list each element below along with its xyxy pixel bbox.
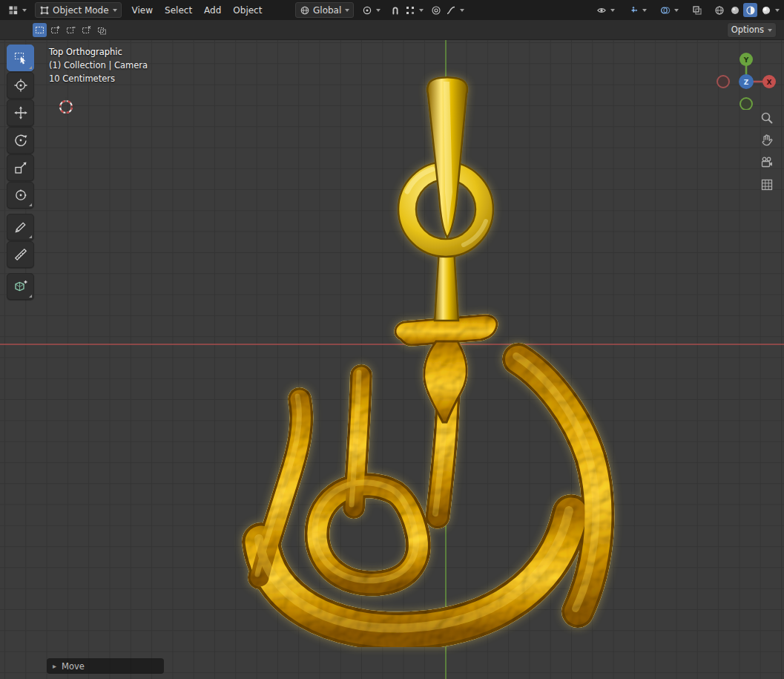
chevron-down-icon bbox=[610, 9, 615, 14]
xray-toggle[interactable] bbox=[688, 3, 706, 18]
rotate-tool-icon bbox=[13, 133, 28, 148]
solid-sphere-icon bbox=[730, 5, 740, 16]
proportional-editing-toggle[interactable] bbox=[429, 3, 443, 18]
select-box-icon bbox=[13, 50, 28, 65]
subtool-indicator bbox=[29, 66, 32, 69]
chevron-down-icon bbox=[376, 9, 381, 14]
mode-dropdown[interactable]: Object Mode bbox=[35, 2, 122, 18]
select-extend-icon bbox=[50, 25, 60, 35]
shading-solid-button[interactable] bbox=[728, 3, 742, 17]
overlays-icon bbox=[660, 5, 671, 16]
visibility-dropdown[interactable] bbox=[593, 3, 619, 18]
measure-ruler-icon bbox=[13, 247, 28, 262]
chevron-down-icon bbox=[775, 9, 780, 14]
pan-button[interactable] bbox=[759, 132, 775, 148]
grid-scale-label: 10 Centimeters bbox=[49, 72, 148, 85]
chevron-down-icon bbox=[768, 29, 772, 34]
shading-rendered-button[interactable] bbox=[759, 3, 773, 17]
gizmo-z-label: Z bbox=[744, 79, 749, 86]
rendered-sphere-icon bbox=[761, 5, 771, 16]
viewport-side-buttons bbox=[759, 110, 775, 193]
tool-measure[interactable] bbox=[7, 241, 34, 268]
annotate-pencil-icon bbox=[13, 220, 28, 234]
editor-type-button[interactable] bbox=[4, 3, 30, 18]
snap-settings-dropdown[interactable] bbox=[403, 3, 425, 18]
expand-arrow-icon: ▸ bbox=[53, 662, 56, 670]
select-mode-intersect-button[interactable] bbox=[95, 23, 109, 37]
tool-transform[interactable] bbox=[7, 182, 34, 209]
mode-dropdown-label: Object Mode bbox=[53, 5, 109, 16]
magnet-icon bbox=[390, 5, 401, 16]
gizmo-axis-y-negative[interactable] bbox=[740, 98, 752, 110]
gizmo-axis-x-negative[interactable] bbox=[717, 76, 729, 88]
falloff-curve-icon bbox=[446, 5, 456, 16]
snap-toggle[interactable] bbox=[389, 3, 402, 18]
move-tool-icon bbox=[13, 105, 28, 120]
global-orientation-icon bbox=[300, 5, 310, 16]
menu-add[interactable]: Add bbox=[198, 5, 227, 16]
chevron-down-icon bbox=[419, 9, 424, 14]
tool-annotate[interactable] bbox=[7, 214, 34, 240]
options-dropdown[interactable]: Options bbox=[727, 22, 777, 38]
subtool-indicator bbox=[29, 295, 32, 298]
add-cube-icon bbox=[13, 279, 28, 294]
pendant-model bbox=[0, 40, 784, 679]
magnifier-icon bbox=[760, 111, 774, 125]
chevron-down-icon bbox=[345, 9, 349, 14]
grid-icon bbox=[760, 178, 774, 191]
shading-mode-group bbox=[712, 3, 780, 17]
cursor-tool-icon bbox=[13, 78, 28, 93]
tool-rotate[interactable] bbox=[7, 127, 34, 154]
show-overlays-dropdown[interactable] bbox=[656, 3, 682, 18]
material-sphere-icon bbox=[745, 5, 756, 16]
zoom-button[interactable] bbox=[759, 110, 775, 126]
camera-icon bbox=[760, 156, 774, 169]
chevron-down-icon bbox=[674, 9, 679, 14]
perspective-toggle-button[interactable] bbox=[759, 177, 775, 193]
gizmo-x-label: X bbox=[767, 79, 772, 86]
tool-add-cube[interactable] bbox=[7, 273, 34, 300]
select-mode-extend-button[interactable] bbox=[48, 23, 62, 37]
proportional-editing-icon bbox=[431, 5, 441, 16]
show-gizmo-dropdown[interactable] bbox=[625, 3, 650, 18]
tool-settings-bar: Options bbox=[0, 20, 784, 40]
tool-move[interactable] bbox=[7, 99, 34, 126]
pivot-point-dropdown[interactable] bbox=[358, 3, 384, 18]
select-invert-icon bbox=[82, 25, 91, 35]
select-mode-new-button[interactable] bbox=[33, 23, 47, 37]
snap-settings-icon bbox=[405, 5, 415, 16]
scale-tool-icon bbox=[13, 160, 28, 175]
menu-select[interactable]: Select bbox=[159, 5, 198, 16]
toolbar bbox=[7, 45, 34, 300]
menu-object[interactable]: Object bbox=[227, 5, 268, 16]
menu-view[interactable]: View bbox=[126, 5, 159, 16]
select-new-icon bbox=[35, 25, 45, 35]
viewport-overlay-text: Top Orthographic (1) Collection | Camera… bbox=[49, 45, 148, 85]
select-mode-subtract-button[interactable] bbox=[64, 23, 78, 37]
shading-wireframe-button[interactable] bbox=[712, 3, 726, 17]
editor-type-icon bbox=[8, 5, 19, 16]
eye-icon bbox=[596, 5, 607, 16]
operator-panel[interactable]: ▸ Move bbox=[47, 658, 164, 674]
gizmo-icon bbox=[628, 5, 639, 16]
gizmo-y-label: Y bbox=[743, 56, 749, 64]
tool-select-box[interactable] bbox=[7, 45, 34, 71]
chevron-down-icon bbox=[22, 9, 27, 14]
select-mode-invert-button[interactable] bbox=[79, 23, 93, 37]
shading-material-preview-button[interactable] bbox=[743, 3, 757, 17]
orientation-dropdown[interactable]: Global bbox=[295, 2, 354, 18]
chevron-down-icon bbox=[642, 9, 647, 14]
hand-icon bbox=[760, 134, 774, 147]
options-label: Options bbox=[731, 24, 764, 35]
tool-scale[interactable] bbox=[7, 154, 34, 181]
falloff-dropdown[interactable] bbox=[444, 3, 466, 18]
camera-view-button[interactable] bbox=[759, 154, 775, 171]
tool-cursor[interactable] bbox=[7, 72, 34, 99]
wireframe-sphere-icon bbox=[714, 5, 725, 16]
object-mode-icon bbox=[39, 5, 50, 16]
navigation-gizmo[interactable]: Y X Z bbox=[716, 46, 777, 110]
chevron-down-icon bbox=[460, 9, 464, 14]
transform-tool-icon bbox=[13, 188, 28, 203]
viewport-3d[interactable]: Top Orthographic (1) Collection | Camera… bbox=[0, 40, 784, 679]
cursor-3d bbox=[56, 96, 76, 117]
